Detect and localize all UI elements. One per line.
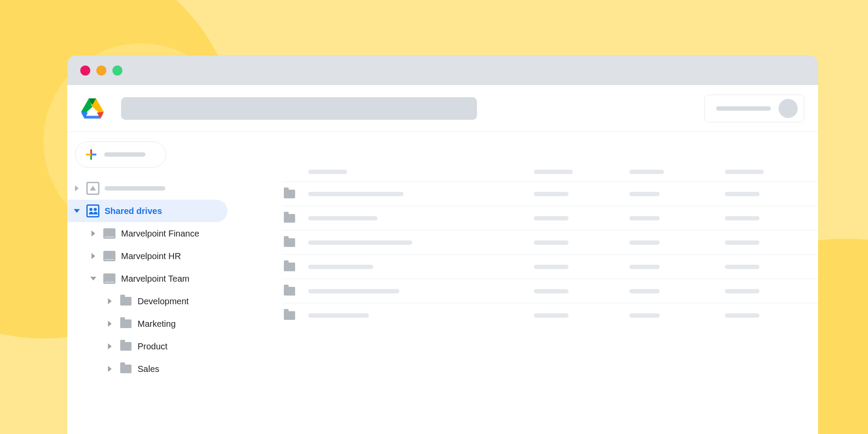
folder-icon <box>119 362 132 375</box>
cell-placeholder <box>725 192 760 196</box>
sidebar-drive-team[interactable]: Marvelpoint Team <box>67 267 230 290</box>
cell-placeholder <box>629 313 660 318</box>
avatar <box>779 99 798 118</box>
file-list-row[interactable] <box>282 181 818 206</box>
cell-placeholder <box>629 240 660 245</box>
cell-placeholder <box>725 289 760 293</box>
sidebar: Shared drives Marvelpoint Finance Marvel… <box>67 132 230 434</box>
sidebar-folder-marketing[interactable]: Marketing <box>67 312 230 335</box>
sidebar-folder-development[interactable]: Development <box>67 290 230 312</box>
folder-icon <box>284 214 295 223</box>
drive-label: Marvelpoint Finance <box>121 229 199 239</box>
column-header-placeholder <box>308 170 347 174</box>
sidebar-folder-sales[interactable]: Sales <box>67 358 230 380</box>
cell-placeholder <box>629 289 660 293</box>
caret-down-icon <box>72 208 81 214</box>
cell-placeholder <box>725 265 760 269</box>
my-drive-label-placeholder <box>105 186 165 191</box>
caret-right-icon <box>89 230 98 237</box>
shared-drive-item-icon <box>103 227 116 240</box>
folder-icon <box>284 287 295 296</box>
window-maximize-button[interactable] <box>112 66 122 76</box>
cell-placeholder <box>308 289 399 293</box>
app-header <box>67 85 818 132</box>
folder-icon <box>284 238 295 247</box>
account-chip[interactable] <box>704 95 804 122</box>
drive-label: Marvelpoint HR <box>121 251 181 261</box>
cell-placeholder <box>725 313 760 318</box>
folder-label: Development <box>138 296 189 306</box>
folder-icon <box>284 311 295 320</box>
caret-right-icon <box>105 343 114 349</box>
column-header-placeholder <box>534 170 573 174</box>
caret-right-icon <box>105 366 114 372</box>
cell-placeholder <box>534 240 569 245</box>
folder-icon <box>119 317 132 330</box>
cell-placeholder <box>308 240 412 245</box>
cell-placeholder <box>725 240 760 245</box>
app-window: Shared drives Marvelpoint Finance Marvel… <box>67 56 818 434</box>
column-header-placeholder <box>629 170 664 174</box>
folder-icon <box>119 295 132 308</box>
cell-placeholder <box>725 216 760 220</box>
file-list-row[interactable] <box>282 279 818 303</box>
cell-placeholder <box>534 313 569 318</box>
drive-label: Marvelpoint Team <box>121 274 189 284</box>
folder-icon <box>284 190 295 198</box>
caret-down-icon <box>89 276 98 282</box>
shared-drives-label: Shared drives <box>105 206 162 216</box>
window-titlebar <box>67 56 818 85</box>
file-list-row[interactable] <box>282 206 818 230</box>
cell-placeholder <box>534 289 569 293</box>
cell-placeholder <box>534 265 569 269</box>
shared-drive-item-icon <box>103 250 116 263</box>
cell-placeholder <box>534 216 569 220</box>
cell-placeholder <box>308 192 404 196</box>
folder-icon <box>119 340 132 353</box>
file-list-row[interactable] <box>282 230 818 254</box>
shared-drive-item-icon <box>103 272 116 285</box>
window-minimize-button[interactable] <box>96 66 106 76</box>
google-drive-logo <box>81 98 104 119</box>
window-close-button[interactable] <box>80 66 90 76</box>
plus-icon <box>86 149 96 160</box>
caret-right-icon <box>105 298 114 304</box>
cell-placeholder <box>308 265 373 269</box>
cell-placeholder <box>308 216 378 220</box>
caret-right-icon <box>105 321 114 327</box>
file-list-header <box>282 162 818 181</box>
sidebar-item-shared-drives[interactable]: Shared drives <box>67 200 227 222</box>
account-label-placeholder <box>716 106 771 111</box>
cell-placeholder <box>629 265 660 269</box>
cell-placeholder <box>308 313 369 318</box>
folder-label: Marketing <box>138 319 176 329</box>
sidebar-folder-product[interactable]: Product <box>67 335 230 358</box>
folder-label: Product <box>138 342 168 352</box>
search-input[interactable] <box>121 97 477 120</box>
file-list-row[interactable] <box>282 254 818 279</box>
caret-right-icon <box>72 185 81 191</box>
file-list <box>230 132 818 434</box>
new-button[interactable] <box>75 141 166 168</box>
caret-right-icon <box>89 253 98 259</box>
sidebar-item-my-drive[interactable] <box>67 177 230 200</box>
shared-drives-icon <box>86 204 99 217</box>
column-header-placeholder <box>725 170 764 174</box>
folder-label: Sales <box>138 364 159 374</box>
sidebar-drive-hr[interactable]: Marvelpoint HR <box>67 245 230 267</box>
file-list-row[interactable] <box>282 303 818 327</box>
cell-placeholder <box>629 216 660 220</box>
new-label-placeholder <box>104 152 145 157</box>
nav-tree: Shared drives Marvelpoint Finance Marvel… <box>67 177 230 380</box>
my-drive-icon <box>86 182 99 195</box>
cell-placeholder <box>629 192 660 196</box>
sidebar-drive-finance[interactable]: Marvelpoint Finance <box>67 222 230 245</box>
folder-icon <box>284 263 295 271</box>
cell-placeholder <box>534 192 569 196</box>
